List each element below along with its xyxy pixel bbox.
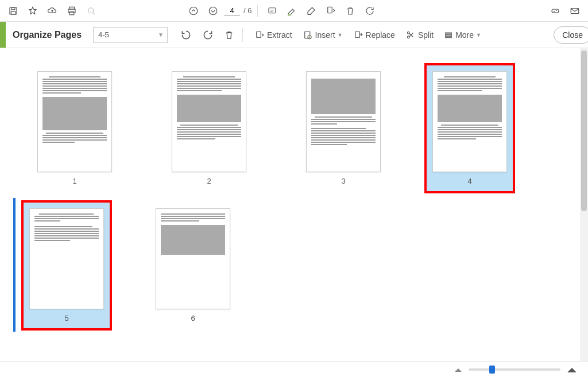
split-button[interactable]: Split [402,26,437,44]
page-thumbnail-6[interactable]: 6 [150,208,236,322]
svg-rect-19 [446,34,452,36]
organize-pages-title: Organize Pages [13,30,93,40]
svg-rect-15 [355,32,359,38]
svg-rect-5 [69,11,74,14]
email-icon[interactable] [566,2,583,20]
save-icon[interactable] [5,2,22,20]
chevron-down-icon: ▼ [158,32,164,38]
vertical-scrollbar[interactable] [580,48,588,361]
svg-point-7 [189,7,198,15]
svg-rect-11 [571,8,579,13]
close-label: Close [562,30,583,40]
page-up-icon[interactable] [185,2,202,20]
stamp-icon[interactable] [322,2,339,20]
comment-icon[interactable] [264,2,281,20]
page-range-dropdown[interactable]: 4-5 ▼ [93,27,168,43]
link-icon[interactable] [547,2,564,20]
page-total-label: / 6 [243,6,252,15]
print-icon[interactable] [63,2,80,20]
page-number-label: 6 [191,314,195,322]
zoom-in-icon[interactable] [566,366,578,373]
page-thumbnail-4[interactable]: 4 [427,65,513,191]
cloud-upload-icon[interactable] [44,2,61,20]
close-button[interactable]: Close [554,26,588,44]
accent-stripe [0,22,6,48]
top-toolbar: / 6 [0,0,588,22]
rotate-cw-button[interactable] [199,26,217,44]
svg-rect-9 [269,7,276,13]
search-icon[interactable] [83,2,100,20]
svg-rect-10 [328,7,332,13]
chevron-down-icon: ▼ [476,32,481,38]
delete-icon[interactable] [342,2,359,20]
organize-toolbar: Organize Pages 4-5 ▼ Extract Insert ▼ Re… [0,22,588,48]
separator [242,28,243,42]
svg-point-8 [209,7,217,15]
page-range-value: 4-5 [98,30,109,39]
page-thumbnail-1[interactable]: 1 [32,71,118,185]
more-label: More [455,30,474,40]
svg-rect-12 [257,32,261,38]
replace-label: Replace [366,30,395,40]
star-icon[interactable] [24,2,41,20]
page-thumbnail-5[interactable]: 5 [24,203,110,328]
svg-rect-1 [11,7,15,10]
pages-canvas: 1 2 3 4 [0,48,588,361]
page-thumbnail-3[interactable]: 3 [300,71,386,185]
footer-bar [0,361,588,377]
page-number-input[interactable] [224,6,240,15]
split-label: Split [418,30,434,40]
page-thumbnail-2[interactable]: 2 [166,71,252,185]
extract-label: Extract [267,30,292,40]
svg-point-6 [88,7,94,13]
page-number-label: 1 [72,177,76,185]
page-number-label: 4 [467,177,471,185]
zoom-slider[interactable] [469,368,560,371]
highlight-icon[interactable] [283,2,300,20]
extract-button[interactable]: Extract [251,26,296,44]
rotate-ccw-button[interactable] [177,26,195,44]
svg-rect-2 [11,11,16,14]
insert-button[interactable]: Insert ▼ [299,26,346,44]
replace-button[interactable]: Replace [350,26,399,44]
svg-rect-20 [446,36,452,37]
pages-grid: 1 2 3 4 [0,48,588,345]
separator [257,5,258,17]
sign-icon[interactable] [303,2,320,20]
zoom-out-icon[interactable] [454,367,463,372]
chevron-down-icon: ▼ [338,32,343,38]
svg-rect-18 [446,33,452,34]
rotate-icon[interactable] [361,2,378,20]
more-button[interactable]: More ▼ [440,26,485,44]
scrollbar-thumb[interactable] [581,50,587,211]
zoom-slider-thumb[interactable] [489,366,495,374]
page-number-label: 3 [341,177,345,185]
delete-page-button[interactable] [220,26,238,44]
insert-label: Insert [315,30,335,40]
page-number-label: 5 [64,314,68,322]
page-down-icon[interactable] [204,2,222,20]
page-number-label: 2 [207,177,211,185]
